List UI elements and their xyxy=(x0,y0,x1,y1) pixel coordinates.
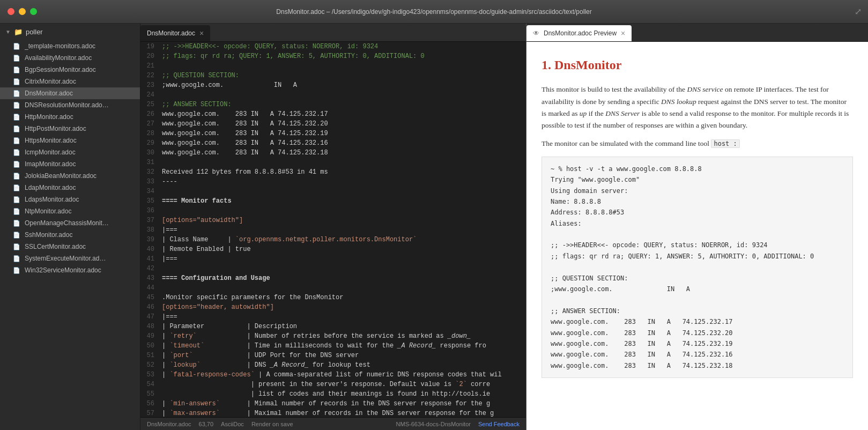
sidebar-item-label: JolokiaBeanMonitor.adoc xyxy=(25,172,97,180)
sidebar-item-ssh-monitor[interactable]: 📄 SshMonitor.adoc xyxy=(0,229,140,241)
code-line-48: 48 | Parameter | Description xyxy=(140,322,526,331)
sidebar-item-https-monitor[interactable]: 📄 HttpsMonitor.adoc xyxy=(0,135,140,146)
file-icon: 📄 xyxy=(13,125,20,132)
code-line-49: 49 | `retry` | Number of retries before … xyxy=(140,331,526,341)
preview-tab-label: DnsMonitor.adoc Preview xyxy=(544,29,617,37)
file-icon: 📄 xyxy=(13,149,20,156)
preview-tab-bar: 👁 DnsMonitor.adoc Preview × xyxy=(526,24,868,42)
sidebar-item-ldap-monitor[interactable]: 📄 LdapMonitor.adoc xyxy=(0,182,140,194)
code-line-22: 22 ;; QUESTION SECTION: xyxy=(140,71,526,80)
code-editor[interactable]: 19 ;; ->>HEADER<<- opcode: QUERY, status… xyxy=(140,42,526,417)
editor-tab-dns-monitor[interactable]: DnsMonitor.adoc × xyxy=(140,25,210,41)
maximize-button[interactable] xyxy=(30,8,37,15)
preview-intro-p1: This monitor is build to test the availa… xyxy=(541,84,853,131)
code-line-21: 21 xyxy=(140,61,526,71)
code-line-51: 51 | `port` | UDP Port for the DNS serve… xyxy=(140,351,526,360)
sidebar-item-bgp-session-monitor[interactable]: 📄 BgpSessionMonitor.adoc xyxy=(0,64,140,76)
sidebar-item-ldaps-monitor[interactable]: 📄 LdapsMonitor.adoc xyxy=(0,194,140,205)
code-line-39: 39 | Class Name | `org.opennms.netmgt.po… xyxy=(140,235,526,244)
file-icon: 📄 xyxy=(13,232,20,239)
sidebar-item-label: HttpsMonitor.adoc xyxy=(25,137,77,144)
sidebar-item-label: SSLCertMonitor.adoc xyxy=(25,243,86,250)
sidebar-item-citrix-monitor[interactable]: 📄 CitrixMonitor.adoc xyxy=(0,76,140,87)
code-line-29: 29 www.google.com. 283 IN A 74.125.232.1… xyxy=(140,138,526,148)
code-line-54: 54 | present in the server's response. D… xyxy=(140,380,526,389)
code-line-30: 30 www.google.com. 283 IN A 74.125.232.1… xyxy=(140,148,526,158)
sidebar-item-ssl-cert-monitor[interactable]: 📄 SSLCertMonitor.adoc xyxy=(0,241,140,253)
code-line-45: 45 .Monitor specific parameters for the … xyxy=(140,293,526,302)
preview-heading: 1. DnsMonitor xyxy=(541,55,853,75)
minimize-button[interactable] xyxy=(19,8,26,15)
app-body: ▼ 📁 poller 📄 _template-monitors.adoc 📄 A… xyxy=(0,24,868,430)
code-line-23: 23 ;www.google.com. IN A xyxy=(140,80,526,90)
window-controls xyxy=(8,8,37,15)
folder-icon: 📁 xyxy=(14,28,23,36)
sidebar-item-label: _template-monitors.adoc xyxy=(25,42,95,50)
sidebar-item-availability-monitor[interactable]: 📄 AvailabilityMonitor.adoc xyxy=(0,52,140,64)
file-icon: 📄 xyxy=(13,78,20,85)
preview-tab[interactable]: 👁 DnsMonitor.adoc Preview × xyxy=(526,25,632,41)
sidebar-item-label: DNSResolutionMonitor.ado… xyxy=(25,101,109,109)
code-line-50: 50 | `timeout` | Time in milliseconds to… xyxy=(140,341,526,351)
sidebar-item-label: CitrixMonitor.adoc xyxy=(25,78,76,85)
preview-intro-p2: The monitor can be simulated with the co… xyxy=(541,138,853,150)
code-line-26: 26 www.google.com. 283 IN A 74.125.232.1… xyxy=(140,109,526,119)
code-line-25: 25 ;; ANSWER SECTION: xyxy=(140,100,526,109)
preview-code-block: ~ % host -v -t a www.google.com 8.8.8.8 … xyxy=(541,157,853,378)
file-icon: 📄 xyxy=(13,184,20,191)
sidebar-item-system-execute-monitor[interactable]: 📄 SystemExecuteMonitor.ad… xyxy=(0,253,140,264)
sidebar-item-win32-service-monitor[interactable]: 📄 Win32ServiceMonitor.adoc xyxy=(0,264,140,276)
code-line-40: 40 | Remote Enabled | true xyxy=(140,244,526,254)
code-line-28: 28 www.google.com. 283 IN A 74.125.232.1… xyxy=(140,129,526,138)
code-line-36: 36 xyxy=(140,206,526,216)
editor-tab-label: DnsMonitor.adoc xyxy=(147,29,195,37)
sidebar-item-dns-monitor[interactable]: 📄 DnsMonitor.adoc xyxy=(0,87,140,99)
sidebar-item-label: Win32ServiceMonitor.adoc xyxy=(25,266,101,274)
file-icon: 📄 xyxy=(13,173,20,180)
sidebar-item-openmanage-chassis-monitor[interactable]: 📄 OpenManageChassisMonit… xyxy=(0,217,140,229)
send-feedback-button[interactable]: Send Feedback xyxy=(478,421,520,427)
sidebar-item-label: LdapMonitor.adoc xyxy=(25,184,76,191)
sidebar-item-label: HttpMonitor.adoc xyxy=(25,113,73,121)
sidebar-item-label: SshMonitor.adoc xyxy=(25,231,72,239)
code-line-43: 43 ==== Configuration and Usage xyxy=(140,273,526,283)
status-nms-label: NMS-6634-docs-DnsMonitor xyxy=(396,421,471,427)
code-line-33: 33 ---- xyxy=(140,177,526,187)
code-line-46: 46 [options="header, autowidth"] xyxy=(140,302,526,312)
preview-tab-close-icon[interactable]: × xyxy=(621,29,625,37)
file-icon: 📄 xyxy=(13,255,20,262)
status-position: 63,70 xyxy=(199,421,214,427)
sidebar-item-dns-resolution-monitor[interactable]: 📄 DNSResolutionMonitor.ado… xyxy=(0,99,140,111)
sidebar-item-http-monitor[interactable]: 📄 HttpMonitor.adoc xyxy=(0,111,140,123)
file-icon: 📄 xyxy=(13,55,20,62)
sidebar-item-label: HttpPostMonitor.adoc xyxy=(25,125,86,132)
file-icon: 📄 xyxy=(13,196,20,203)
code-line-41: 41 |=== xyxy=(140,254,526,264)
status-filename: DnsMonitor.adoc xyxy=(147,421,191,427)
sidebar-item-imap-monitor[interactable]: 📄 ImapMonitor.adoc xyxy=(0,158,140,170)
titlebar: DnsMonitor.adoc – /Users/indigo/dev/gh-i… xyxy=(0,0,868,24)
status-render: Render on save xyxy=(251,421,293,427)
code-line-44: 44 xyxy=(140,283,526,293)
code-line-55: 55 | list of codes and their meanings is… xyxy=(140,389,526,399)
expand-icon: ⤢ xyxy=(855,6,862,17)
code-line-31: 31 xyxy=(140,158,526,167)
editor-tab-bar: DnsMonitor.adoc × xyxy=(140,24,526,42)
close-button[interactable] xyxy=(8,8,14,15)
sidebar-folder-header[interactable]: ▼ 📁 poller xyxy=(0,24,140,40)
code-line-24: 24 xyxy=(140,90,526,100)
code-line-19: 19 ;; ->>HEADER<<- opcode: QUERY, status… xyxy=(140,42,526,51)
sidebar-item-label: DnsMonitor.adoc xyxy=(25,90,73,97)
code-line-38: 38 |=== xyxy=(140,225,526,235)
sidebar-item-label: AvailabilityMonitor.adoc xyxy=(25,54,92,62)
sidebar-item-template-monitors[interactable]: 📄 _template-monitors.adoc xyxy=(0,40,140,52)
window-title: DnsMonitor.adoc – /Users/indigo/dev/gh-i… xyxy=(276,8,591,16)
preview-host-code: host : xyxy=(711,139,739,148)
sidebar-item-icmp-monitor[interactable]: 📄 IcmpMonitor.adoc xyxy=(0,146,140,158)
tab-close-icon[interactable]: × xyxy=(199,29,204,37)
sidebar-item-label: BgpSessionMonitor.adoc xyxy=(25,66,96,73)
sidebar-item-jolokia-bean-monitor[interactable]: 📄 JolokiaBeanMonitor.adoc xyxy=(0,170,140,182)
file-icon: 📄 xyxy=(13,114,20,121)
sidebar-item-ntp-monitor[interactable]: 📄 NtpMonitor.adoc xyxy=(0,205,140,217)
sidebar-item-http-post-monitor[interactable]: 📄 HttpPostMonitor.adoc xyxy=(0,123,140,135)
